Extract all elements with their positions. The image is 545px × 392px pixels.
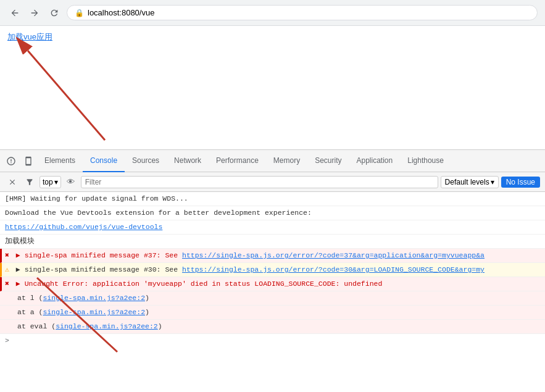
back-button[interactable]	[7, 6, 22, 20]
console-line-detail-3: at eval (single-spa.min.js?a2ee:2)	[0, 320, 545, 334]
console-line-warning-30: ⚠ ▶ single-spa minified message #30: See…	[0, 263, 545, 277]
warning-30-prefix: ▶ single-spa minified message #30: See	[16, 265, 182, 273]
stack-link-1[interactable]: single-spa.min.js?a2ee:2	[43, 294, 145, 302]
console-line-uncaught-error: ✖ ▶ Uncaught Error: application 'myvueap…	[0, 277, 545, 291]
error-icon-uncaught: ✖	[5, 280, 9, 288]
tab-application[interactable]: Application	[349, 150, 401, 172]
tab-console[interactable]: Console	[83, 150, 125, 172]
clear-console-button[interactable]	[5, 175, 20, 190]
filter-button[interactable]	[22, 175, 37, 190]
tab-performance[interactable]: Performance	[209, 150, 266, 172]
tab-elements[interactable]: Elements	[37, 150, 83, 172]
tab-memory[interactable]: Memory	[266, 150, 307, 172]
console-line-detail-1: at l (single-spa.min.js?a2ee:2)	[0, 291, 545, 306]
tab-lighthouse[interactable]: Lighthouse	[400, 150, 451, 172]
device-icon[interactable]	[20, 150, 37, 172]
page-content: 加载vue应用	[0, 26, 545, 149]
tab-sources[interactable]: Sources	[125, 150, 167, 172]
console-line-hmr: [HMR] Waiting for update signal from WDS…	[0, 192, 545, 206]
devtools-link[interactable]: https://github.com/vuejs/vue-devtools	[5, 223, 162, 231]
refresh-button[interactable]	[47, 6, 62, 20]
inspect-icon[interactable]	[2, 150, 20, 172]
stack-link-2[interactable]: single-spa.min.js?a2ee:2	[43, 308, 145, 316]
lock-icon: 🔒	[75, 9, 84, 17]
error-icon-37: ✖	[5, 251, 9, 259]
warning-icon-30: ⚠	[5, 265, 9, 273]
context-selector[interactable]: top ▾	[40, 176, 61, 188]
svg-line-1	[28, 51, 105, 140]
console-line-detail-2: at a (single-spa.min.js?a2ee:2)	[0, 306, 545, 320]
tab-network[interactable]: Network	[167, 150, 209, 172]
no-issues-button[interactable]: No Issue	[501, 177, 540, 188]
error-37-prefix: ▶ single-spa minified message #37: See	[16, 251, 182, 259]
url-text: localhost:8080/vue	[88, 8, 154, 17]
console-line-section: 加载模块	[0, 235, 545, 249]
devtools-panel: Elements Console Sources Network Perform…	[0, 149, 545, 390]
filter-input[interactable]	[81, 176, 438, 188]
console-prompt[interactable]: >	[0, 334, 545, 347]
tab-security[interactable]: Security	[307, 150, 349, 172]
devtools-toolbar: top ▾ 👁 Default levels ▾ No Issue	[0, 172, 545, 192]
stack-link-3[interactable]: single-spa.min.js?a2ee:2	[56, 322, 158, 330]
console-line-error-37: ✖ ▶ single-spa minified message #37: See…	[0, 249, 545, 263]
address-bar[interactable]: 🔒 localhost:8080/vue	[67, 5, 538, 20]
warning-30-link[interactable]: https://single-spa.js.org/error/?code=30…	[182, 265, 485, 273]
console-line-info: Download the Vue Devtools extension for …	[0, 206, 545, 220]
eye-button[interactable]: 👁	[64, 175, 78, 190]
forward-button[interactable]	[27, 6, 42, 20]
console-line-devtools-link: https://github.com/vuejs/vue-devtools	[0, 220, 545, 235]
page-link[interactable]: 加载vue应用	[7, 32, 52, 41]
default-levels-button[interactable]: Default levels ▾	[441, 176, 499, 188]
prompt-chevron: >	[5, 336, 9, 344]
error-37-link[interactable]: https://single-spa.js.org/error/?code=37…	[182, 251, 485, 259]
console-output: [HMR] Waiting for update signal from WDS…	[0, 192, 545, 390]
annotation-arrow	[0, 26, 545, 149]
devtools-tabs: Elements Console Sources Network Perform…	[0, 150, 545, 172]
browser-chrome: 🔒 localhost:8080/vue	[0, 0, 545, 26]
